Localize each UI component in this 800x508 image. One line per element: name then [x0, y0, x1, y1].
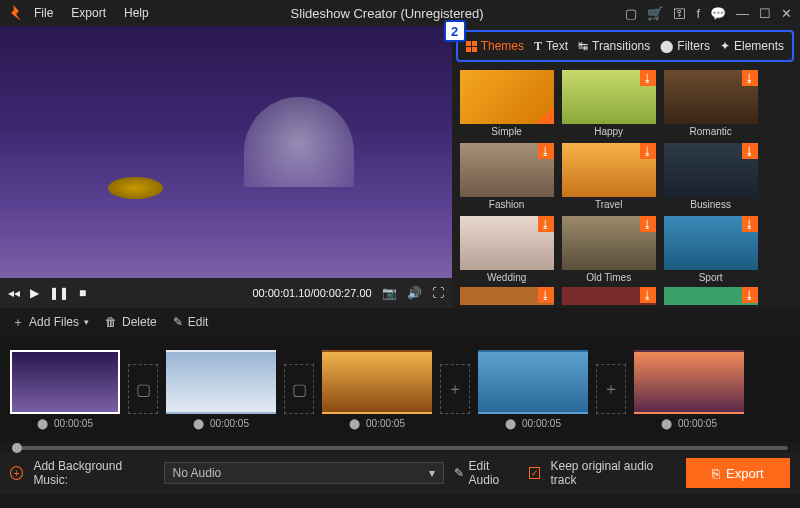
- delete-button[interactable]: 🗑Delete: [105, 315, 157, 329]
- time-display: 00:00:01.10/00:00:27.00: [252, 287, 371, 299]
- side-panel: 2 Themes TText ↹Transitions ⬤Filters ✦El…: [452, 26, 800, 308]
- trash-icon: 🗑: [105, 315, 117, 329]
- step-callout: 2: [444, 20, 466, 42]
- fx-icon: ⬤: [349, 418, 360, 429]
- filters-icon: ⬤: [660, 39, 673, 53]
- clip-toolbar: ＋Add Files▾ 🗑Delete ✎Edit: [0, 308, 800, 336]
- minimize-icon[interactable]: —: [736, 6, 749, 21]
- pencil-icon: ✎: [173, 315, 183, 329]
- stop-icon[interactable]: ■: [79, 286, 86, 300]
- timeline[interactable]: ⬤00:00:05 ▢ ⬤00:00:05 ▢ ⬤00:00:05 ＋ ⬤00:…: [0, 336, 800, 442]
- add-music-label: Add Background Music:: [33, 459, 153, 487]
- download-icon[interactable]: ⭳: [640, 143, 656, 159]
- export-icon: ⎘: [712, 466, 720, 481]
- preview-image: [0, 26, 452, 278]
- key-icon[interactable]: ⚿: [673, 6, 686, 21]
- download-icon[interactable]: ⭳: [742, 143, 758, 159]
- themes-row-partial: ⭳ ⭳ ⭳: [452, 287, 800, 305]
- download-icon[interactable]: ⭳: [538, 216, 554, 232]
- add-music-icon[interactable]: +: [10, 466, 23, 480]
- fx-icon: ⬤: [193, 418, 204, 429]
- download-icon[interactable]: ⭳: [742, 216, 758, 232]
- keep-audio-checkbox[interactable]: ✓: [529, 467, 540, 479]
- pause-icon[interactable]: ❚❚: [49, 286, 69, 300]
- play-icon[interactable]: ▶: [30, 286, 39, 300]
- theme-travel[interactable]: ⭳Travel: [562, 143, 656, 210]
- edit-button[interactable]: ✎Edit: [173, 315, 209, 329]
- export-button[interactable]: ⎘Export: [686, 458, 790, 488]
- timeline-scrollbar[interactable]: [0, 442, 800, 452]
- theme-fashion[interactable]: ⭳Fashion: [460, 143, 554, 210]
- cart-icon[interactable]: 🛒: [647, 6, 663, 21]
- download-icon[interactable]: ⭳: [640, 70, 656, 86]
- close-icon[interactable]: ✕: [781, 6, 792, 21]
- fx-icon: ⬤: [661, 418, 672, 429]
- menu-file[interactable]: File: [34, 6, 53, 20]
- volume-icon[interactable]: 🔊: [407, 286, 422, 300]
- save-icon[interactable]: ▢: [625, 6, 637, 21]
- title-bar: File Export Help Slideshow Creator (Unre…: [0, 0, 800, 26]
- download-icon[interactable]: ⭳: [742, 287, 758, 303]
- download-icon[interactable]: ⭳: [640, 216, 656, 232]
- transition-slot[interactable]: ＋: [440, 364, 470, 414]
- theme-item[interactable]: ⭳: [562, 287, 656, 305]
- clip-item[interactable]: ⬤00:00:05: [478, 350, 588, 429]
- download-icon[interactable]: ⭳: [538, 287, 554, 303]
- clip-item[interactable]: ⬤00:00:05: [322, 350, 432, 429]
- fx-icon: ⬤: [505, 418, 516, 429]
- theme-romantic[interactable]: ⭳Romantic: [664, 70, 758, 137]
- menu-help[interactable]: Help: [124, 6, 149, 20]
- grid-icon: [466, 41, 477, 52]
- download-icon[interactable]: ⭳: [742, 70, 758, 86]
- transition-slot[interactable]: ▢: [128, 364, 158, 414]
- add-files-button[interactable]: ＋Add Files▾: [12, 314, 89, 331]
- tab-themes[interactable]: Themes: [466, 39, 524, 53]
- transition-slot[interactable]: ＋: [596, 364, 626, 414]
- tab-filters[interactable]: ⬤Filters: [660, 39, 710, 53]
- theme-item[interactable]: ⭳: [664, 287, 758, 305]
- preview-pane: ◂◂ ▶ ❚❚ ■ 00:00:01.10/00:00:27.00 📷 🔊 ⛶: [0, 26, 452, 308]
- player-controls: ◂◂ ▶ ❚❚ ■ 00:00:01.10/00:00:27.00 📷 🔊 ⛶: [0, 278, 452, 308]
- clip-item[interactable]: ⬤00:00:05: [166, 350, 276, 429]
- theme-business[interactable]: ⭳Business: [664, 143, 758, 210]
- app-logo: [8, 5, 24, 21]
- tab-transitions[interactable]: ↹Transitions: [578, 39, 650, 53]
- download-icon[interactable]: ⭳: [640, 287, 656, 303]
- fx-icon: ⬤: [37, 418, 48, 429]
- app-menu: File Export Help: [34, 6, 149, 20]
- rewind-icon[interactable]: ◂◂: [8, 286, 20, 300]
- bottom-bar: + Add Background Music: No Audio ▾ ✎Edit…: [0, 452, 800, 494]
- clip-item[interactable]: ⬤00:00:05: [10, 350, 120, 429]
- window-title: Slideshow Creator (Unregistered): [149, 6, 626, 21]
- transition-slot[interactable]: ▢: [284, 364, 314, 414]
- theme-item[interactable]: ⭳: [460, 287, 554, 305]
- audio-select[interactable]: No Audio ▾: [164, 462, 444, 484]
- chevron-down-icon: ▾: [429, 466, 435, 480]
- tab-elements[interactable]: ✦Elements: [720, 39, 784, 53]
- elements-icon: ✦: [720, 39, 730, 53]
- chevron-down-icon: ▾: [84, 317, 89, 327]
- snapshot-icon[interactable]: 📷: [382, 286, 397, 300]
- download-icon[interactable]: ⭳: [538, 143, 554, 159]
- theme-wedding[interactable]: ⭳Wedding: [460, 216, 554, 283]
- theme-simple[interactable]: Simple: [460, 70, 554, 137]
- keep-audio-label: Keep original audio track: [550, 459, 675, 487]
- maximize-icon[interactable]: ☐: [759, 6, 771, 21]
- panel-tabs: 2 Themes TText ↹Transitions ⬤Filters ✦El…: [456, 30, 794, 62]
- fullscreen-icon[interactable]: ⛶: [432, 286, 444, 300]
- theme-happy[interactable]: ⭳Happy: [562, 70, 656, 137]
- themes-grid: Simple ⭳Happy ⭳Romantic ⭳Fashion ⭳Travel…: [452, 66, 800, 287]
- pencil-icon: ✎: [454, 466, 464, 480]
- edit-audio-button[interactable]: ✎Edit Audio: [454, 459, 519, 487]
- facebook-icon[interactable]: f: [696, 6, 700, 21]
- tab-text[interactable]: TText: [534, 39, 568, 54]
- clip-item[interactable]: ⬤00:00:05: [634, 350, 744, 429]
- theme-old-times[interactable]: ⭳Old Times: [562, 216, 656, 283]
- feedback-icon[interactable]: 💬: [710, 6, 726, 21]
- transitions-icon: ↹: [578, 39, 588, 53]
- window-controls: ▢ 🛒 ⚿ f 💬 — ☐ ✕: [625, 6, 792, 21]
- theme-sport[interactable]: ⭳Sport: [664, 216, 758, 283]
- menu-export[interactable]: Export: [71, 6, 106, 20]
- plus-icon: ＋: [12, 314, 24, 331]
